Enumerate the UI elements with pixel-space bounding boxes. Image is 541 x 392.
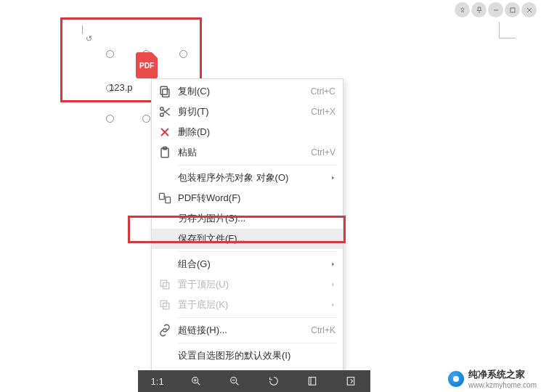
svg-rect-4 [163, 89, 169, 97]
menu-separator [178, 251, 337, 252]
menu-label: 置于顶层(U) [178, 278, 327, 291]
submenu-arrow-icon [331, 262, 335, 266]
close-button[interactable] [521, 2, 537, 17]
watermark-title: 纯净系统之家 [468, 368, 537, 381]
menu-label: 超链接(H)... [178, 324, 311, 337]
menu-send-to-back: 置于底层(K) [152, 295, 343, 315]
zoom-fit-text: 1:1 [151, 376, 164, 387]
copy-icon [158, 84, 172, 99]
menu-label: 剪切(T) [178, 105, 311, 118]
selection-handle[interactable] [179, 50, 187, 58]
svg-rect-1 [511, 8, 515, 12]
menu-label: 设置自选图形的默认效果(I) [178, 349, 335, 362]
zoom-in-button[interactable] [182, 370, 211, 392]
menu-separator [178, 165, 337, 166]
svg-rect-16 [163, 303, 169, 309]
submenu-arrow-icon [331, 176, 335, 180]
watermark: 纯净系统之家 www.kzmyhome.com [448, 368, 537, 389]
menu-bring-to-front: 置于顶层(U) [152, 274, 343, 295]
pdf-file-icon[interactable]: PDF [136, 52, 158, 78]
context-menu: 复制(C) Ctrl+C 剪切(T) Ctrl+X 删除(D) 粘贴 Ctrl+… [151, 78, 343, 389]
window-controls [455, 2, 537, 17]
menu-hyperlink[interactable]: 超链接(H)... Ctrl+K [152, 320, 343, 340]
maximize-button[interactable] [505, 2, 520, 17]
titlebar-pin-button[interactable] [471, 2, 487, 17]
menu-pdf-to-word[interactable]: PDF转Word(F) [152, 188, 343, 208]
menu-separator [178, 343, 337, 343]
rotate-handle[interactable]: ↺ [86, 34, 92, 44]
watermark-logo-icon [448, 371, 464, 387]
watermark-url: www.kzmyhome.com [468, 381, 537, 389]
menu-save-to-file[interactable]: 保存到文件(F)... [152, 229, 343, 249]
svg-point-7 [160, 107, 163, 110]
zoom-fit-button[interactable]: 1:1 [143, 370, 172, 392]
svg-rect-15 [163, 283, 169, 289]
blank-icon [158, 211, 172, 226]
blank-icon [158, 232, 172, 246]
svg-rect-12 [160, 193, 165, 199]
bring-front-icon [158, 277, 172, 292]
menu-delete[interactable]: 删除(D) [152, 122, 343, 142]
menu-shortcut: Ctrl+X [311, 107, 335, 117]
menu-shortcut: Ctrl+V [311, 147, 335, 158]
blank-icon [158, 257, 172, 271]
menu-label: 包装程序外壳对象 对象(O) [178, 171, 327, 184]
menu-label: 粘贴 [178, 146, 311, 159]
menu-shortcut: Ctrl+K [311, 325, 335, 335]
menu-group[interactable]: 组合(G) [152, 254, 343, 274]
selection-handle[interactable] [142, 115, 150, 123]
menu-save-as-image[interactable]: 另存为图片(S)... [152, 208, 343, 229]
submenu-arrow-icon [331, 282, 335, 287]
svg-rect-17 [160, 301, 166, 306]
menu-label: PDF转Word(F) [178, 192, 335, 205]
menu-label: 组合(G) [178, 258, 327, 271]
delete-x-icon [158, 125, 172, 139]
menu-label: 复制(C) [178, 85, 311, 98]
selection-handle[interactable] [106, 50, 114, 58]
menu-shortcut: Ctrl+C [311, 86, 335, 97]
menu-label: 删除(D) [178, 126, 335, 139]
svg-rect-13 [166, 197, 171, 203]
svg-line-20 [198, 383, 200, 385]
menu-label: 置于底层(K) [178, 298, 327, 311]
submenu-arrow-icon [331, 303, 335, 307]
menu-separator [178, 317, 337, 318]
page-corner-indicator [499, 22, 516, 38]
blank-icon [158, 171, 172, 185]
svg-rect-26 [309, 377, 315, 385]
svg-point-6 [160, 113, 163, 116]
link-icon [158, 323, 172, 338]
menu-ole-object[interactable]: 包装程序外壳对象 对象(O) [152, 168, 343, 188]
zoom-out-button[interactable] [220, 370, 249, 392]
menu-paste[interactable]: 粘贴 Ctrl+V [152, 142, 343, 163]
file-name-label: 123.p [109, 82, 133, 93]
fit-page-button[interactable] [298, 370, 327, 392]
menu-cut[interactable]: 剪切(T) Ctrl+X [152, 102, 343, 122]
menu-set-default-shape[interactable]: 设置自选图形的默认效果(I) [152, 346, 343, 366]
menu-label: 另存为图片(S)... [178, 212, 335, 225]
titlebar-tip1-button[interactable] [455, 2, 470, 17]
view-toolbar: 1:1 [138, 370, 370, 392]
blank-icon [158, 348, 172, 363]
next-page-button[interactable] [336, 370, 365, 392]
menu-label: 保存到文件(F)... [178, 232, 335, 245]
rotate-button[interactable] [259, 370, 288, 392]
scissors-icon [158, 105, 172, 119]
pdf-badge-text: PDF [139, 62, 154, 70]
send-back-icon [158, 298, 172, 312]
svg-rect-14 [160, 280, 166, 286]
pdf2word-icon [158, 191, 172, 205]
selection-handle[interactable] [106, 115, 114, 123]
svg-rect-5 [160, 86, 167, 94]
clipboard-icon [158, 145, 172, 160]
menu-copy[interactable]: 复制(C) Ctrl+C [152, 81, 343, 102]
svg-line-24 [236, 383, 238, 385]
minimize-button[interactable] [488, 2, 503, 17]
